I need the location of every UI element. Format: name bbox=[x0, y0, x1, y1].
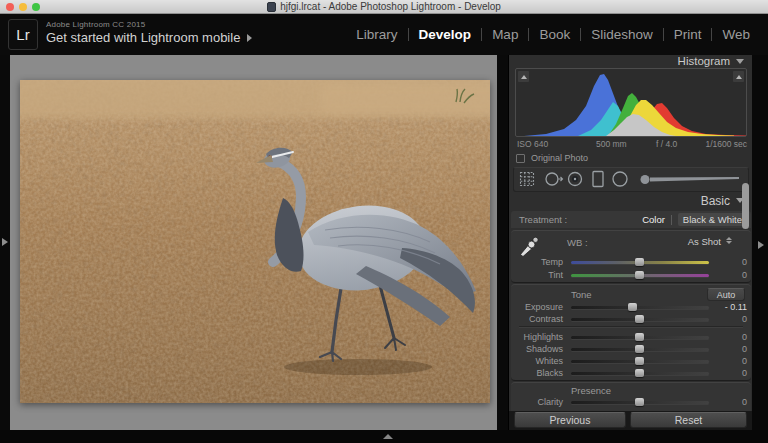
wb-eyedropper-icon[interactable] bbox=[518, 235, 540, 257]
basic-panel-header[interactable]: Basic bbox=[508, 194, 752, 208]
spot-removal-tool-icon bbox=[546, 173, 563, 185]
highlights-slider-knob[interactable] bbox=[635, 333, 644, 341]
filmstrip-collapsed-strip[interactable] bbox=[0, 430, 768, 443]
dropdown-arrows-icon bbox=[726, 237, 732, 244]
tone-label: Tone bbox=[571, 289, 592, 300]
contrast-slider-knob[interactable] bbox=[635, 315, 644, 323]
temp-value[interactable]: 0 bbox=[707, 257, 747, 267]
collapse-right-panel-icon[interactable] bbox=[758, 241, 764, 249]
panel-footer: Previous Reset bbox=[509, 411, 753, 430]
left-panel-collapsed-strip[interactable] bbox=[0, 55, 10, 430]
clarity-slider-knob[interactable] bbox=[635, 398, 644, 406]
basic-title: Basic bbox=[701, 194, 730, 208]
collapse-histogram-icon[interactable] bbox=[736, 59, 744, 64]
histogram-title: Histogram bbox=[678, 55, 730, 67]
module-print[interactable]: Print bbox=[664, 27, 712, 42]
histogram-chart bbox=[516, 72, 746, 136]
exposure-label: Exposure bbox=[511, 302, 563, 312]
shadows-value[interactable]: 0 bbox=[707, 344, 747, 354]
treatment-divider bbox=[671, 215, 672, 225]
whites-label: Whites bbox=[511, 356, 563, 366]
focal-length-value: 500 mm bbox=[596, 139, 627, 149]
whites-slider-knob[interactable] bbox=[635, 357, 644, 365]
original-photo-checkbox[interactable] bbox=[516, 154, 525, 163]
original-photo-toggle[interactable]: Original Photo bbox=[516, 152, 588, 164]
tint-label: Tint bbox=[511, 270, 563, 280]
expand-filmstrip-icon[interactable] bbox=[383, 434, 393, 439]
clarity-label: Clarity bbox=[511, 397, 563, 407]
histogram-panel-header[interactable]: Histogram bbox=[508, 55, 752, 69]
auto-tone-button[interactable]: Auto bbox=[707, 288, 745, 301]
tint-slider-row: Tint 0 bbox=[511, 269, 751, 281]
module-bar: Lr Adobe Lightroom CC 2015 Get started w… bbox=[0, 14, 768, 55]
exposure-slider-row: Exposure - 0.11 bbox=[511, 301, 751, 313]
iso-value: ISO 640 bbox=[517, 139, 548, 149]
treatment-bw-option[interactable]: Black & White bbox=[678, 213, 747, 226]
canvas-right-border bbox=[497, 55, 508, 430]
wb-label: WB : bbox=[567, 237, 588, 248]
image-canvas bbox=[10, 55, 497, 430]
reset-button[interactable]: Reset bbox=[630, 412, 747, 428]
panel-scrollbar-thumb[interactable] bbox=[742, 183, 749, 229]
chevron-right-icon bbox=[247, 34, 252, 42]
exposure-slider-knob[interactable] bbox=[628, 303, 637, 311]
temp-label: Temp bbox=[511, 257, 563, 267]
red-eye-tool-icon bbox=[569, 173, 582, 186]
contrast-value[interactable]: 0 bbox=[707, 314, 747, 324]
window-title: hjfgi.lrcat - Adobe Photoshop Lightroom … bbox=[0, 0, 768, 14]
tone-group: Tone Auto Exposure - 0.11 Contrast 0 Hig… bbox=[511, 284, 751, 381]
module-map[interactable]: Map bbox=[482, 27, 528, 42]
contrast-slider-row: Contrast 0 bbox=[511, 313, 751, 325]
module-book[interactable]: Book bbox=[529, 27, 580, 42]
exposure-slider-track[interactable] bbox=[571, 306, 709, 309]
expand-left-panel-icon[interactable] bbox=[2, 238, 8, 246]
white-balance-group: WB : As Shot Temp 0 Tint 0 bbox=[511, 230, 751, 283]
previous-button[interactable]: Previous bbox=[514, 412, 626, 428]
right-panel-collapse-strip[interactable] bbox=[752, 55, 768, 443]
whites-value[interactable]: 0 bbox=[707, 356, 747, 366]
module-web[interactable]: Web bbox=[712, 27, 760, 42]
exposure-value[interactable]: - 0.11 bbox=[707, 302, 747, 312]
treatment-label: Treatment : bbox=[519, 214, 567, 225]
temp-slider-row: Temp 0 bbox=[511, 256, 751, 268]
treatment-row: Treatment : Color Black & White bbox=[511, 211, 751, 228]
adjustment-brush-tool-icon bbox=[641, 175, 740, 184]
photo-image bbox=[20, 80, 490, 403]
graduated-filter-tool-icon bbox=[593, 172, 603, 187]
shadows-label: Shadows bbox=[511, 344, 563, 354]
tool-strip bbox=[513, 167, 749, 192]
app-version-label: Adobe Lightroom CC 2015 bbox=[46, 20, 145, 29]
whites-slider-row: Whites 0 bbox=[511, 355, 751, 367]
blacks-label: Blacks bbox=[511, 368, 563, 378]
radial-filter-tool-icon bbox=[613, 172, 627, 186]
titlebar: hjfgi.lrcat - Adobe Photoshop Lightroom … bbox=[0, 0, 768, 14]
right-panel: Histogram ISO 640 500 mm f / 4.0 1/1600 … bbox=[508, 55, 752, 430]
shadows-slider-row: Shadows 0 bbox=[511, 343, 751, 355]
highlights-label: Highlights bbox=[511, 332, 563, 342]
lightroom-mobile-link[interactable]: Get started with Lightroom mobile bbox=[46, 30, 252, 45]
histogram-display[interactable] bbox=[515, 68, 747, 137]
blacks-value[interactable]: 0 bbox=[707, 368, 747, 378]
module-develop[interactable]: Develop bbox=[409, 27, 482, 42]
blacks-slider-row: Blacks 0 bbox=[511, 367, 751, 379]
highlights-slider-row: Highlights 0 bbox=[511, 331, 751, 343]
lightroom-window: hjfgi.lrcat - Adobe Photoshop Lightroom … bbox=[0, 0, 768, 443]
wb-preset-dropdown[interactable]: As Shot bbox=[688, 236, 721, 247]
shutter-value: 1/1600 sec bbox=[705, 139, 747, 149]
module-library[interactable]: Library bbox=[346, 27, 407, 42]
module-picker: Library Develop Map Book Slideshow Print… bbox=[346, 14, 760, 55]
exif-info-row: ISO 640 500 mm f / 4.0 1/1600 sec bbox=[509, 139, 753, 151]
temp-slider-knob[interactable] bbox=[635, 258, 644, 266]
clarity-value[interactable]: 0 bbox=[707, 397, 747, 407]
module-slideshow[interactable]: Slideshow bbox=[581, 27, 663, 42]
tint-slider-knob[interactable] bbox=[635, 271, 644, 279]
shadows-slider-knob[interactable] bbox=[635, 345, 644, 353]
treatment-color-option[interactable]: Color bbox=[642, 214, 665, 225]
tint-value[interactable]: 0 bbox=[707, 270, 747, 280]
tone-divider bbox=[519, 326, 743, 327]
photo-crane[interactable] bbox=[20, 80, 490, 403]
contrast-label: Contrast bbox=[511, 314, 563, 324]
blacks-slider-knob[interactable] bbox=[635, 369, 644, 377]
highlights-value[interactable]: 0 bbox=[707, 332, 747, 342]
catalog-file-icon bbox=[267, 2, 276, 12]
